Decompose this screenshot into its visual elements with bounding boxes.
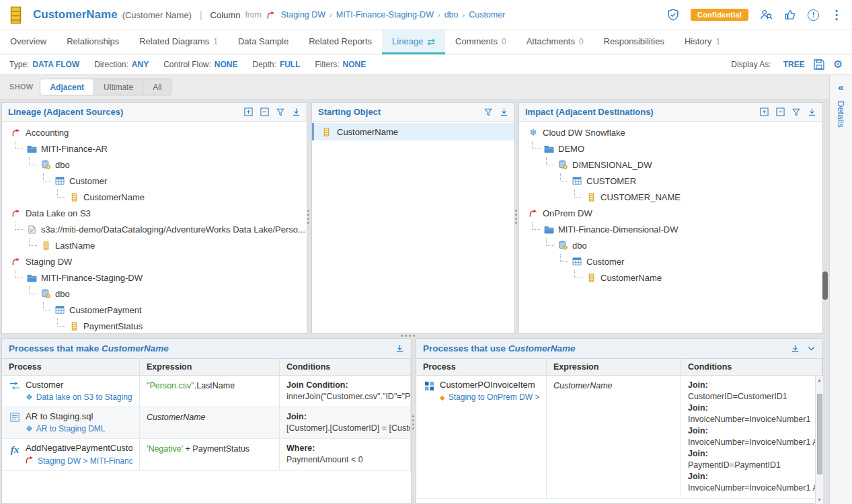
tree-item[interactable]: ❄Cloud DW Snowflake: [519, 124, 822, 140]
process-path-link[interactable]: Staging to OnPrem DW > S: [449, 392, 539, 402]
tree-item[interactable]: CUSTOMER_NAME: [519, 189, 822, 205]
tree-item[interactable]: CustomerName: [2, 189, 307, 205]
tree-item[interactable]: Customer: [519, 253, 822, 269]
tree-connector: [15, 222, 23, 230]
thumbs-up-icon[interactable]: [784, 9, 796, 21]
main-vertical-scrollbar-thumb[interactable]: [822, 271, 828, 300]
tree-item[interactable]: CUSTOMER: [519, 173, 822, 189]
export-icon[interactable]: [292, 108, 301, 116]
splitter-starting-impact[interactable]: [515, 210, 517, 224]
settings-gear-icon[interactable]: ⚙: [833, 59, 843, 70]
export-icon[interactable]: [395, 344, 404, 353]
process-row: CustomerPOInvoiceItem◆Staging to OnPrem …: [416, 376, 822, 499]
display-as-value[interactable]: TREE: [783, 60, 805, 69]
column-header-process[interactable]: Process: [416, 359, 547, 375]
tree-item[interactable]: CustomerPayment: [2, 302, 307, 318]
impact-panel: Impact (Adjacent Destinations) ❄Cloud DW…: [518, 102, 823, 334]
filter-icon[interactable]: [484, 108, 492, 116]
details-panel-label[interactable]: Details: [836, 101, 846, 128]
tree-item[interactable]: LastName: [2, 237, 307, 253]
tab-responsibilities[interactable]: Responsibilities: [594, 30, 674, 54]
use-table-scrollbar-thumb[interactable]: [817, 394, 822, 474]
condition-text: InvoiceNumber=InvoiceNumber1 A: [688, 482, 815, 494]
column-header-expression[interactable]: Expression: [140, 359, 280, 375]
export-icon[interactable]: [791, 344, 800, 353]
process-name[interactable]: AddNegativePaymentCusto: [26, 443, 132, 453]
condition-text: PaymentAmount < 0: [286, 454, 403, 466]
splitter-top-bottom[interactable]: [401, 335, 415, 337]
tree-item[interactable]: dbo: [2, 286, 307, 302]
splitter-sources-starting[interactable]: [307, 210, 309, 224]
tree-item[interactable]: Customer: [2, 173, 307, 189]
tab-history[interactable]: History1: [674, 30, 730, 54]
setting-control-flow-value[interactable]: NONE: [215, 60, 238, 69]
show-option-adjacent[interactable]: Adjacent: [40, 79, 94, 95]
tree-item[interactable]: DIMENSIONAL_DW: [519, 157, 822, 173]
tab-relationships[interactable]: Relationships: [56, 30, 129, 54]
collapse-all-icon[interactable]: [776, 108, 785, 116]
starting-object-row[interactable]: CustomerName: [312, 123, 514, 140]
tree-item[interactable]: Staging DW: [2, 253, 307, 269]
save-icon[interactable]: [814, 59, 824, 70]
breadcrumb-item[interactable]: MITI-Finance-Staging-DW: [336, 10, 434, 19]
tree-item[interactable]: PaymentStatus: [2, 318, 307, 333]
column-header-conditions[interactable]: Conditions: [681, 359, 822, 375]
kebab-menu-icon[interactable]: ⋮: [830, 9, 843, 21]
tree-item[interactable]: MITI-Finance-Dimensional-DW: [519, 221, 822, 237]
scroll-down-arrow[interactable]: ▼: [817, 496, 822, 504]
process-path-link[interactable]: AR to Staging DML: [36, 424, 106, 433]
alert-icon[interactable]: !: [808, 9, 819, 21]
tree-connector: [15, 270, 23, 278]
tree-item[interactable]: Data Lake on S3: [2, 205, 307, 221]
collapse-all-icon[interactable]: [260, 108, 269, 116]
setting-filters-value[interactable]: NONE: [343, 60, 366, 69]
tab-related-reports[interactable]: Related Reports: [299, 30, 382, 54]
setting-depth-value[interactable]: FULL: [280, 60, 301, 69]
shield-check-icon[interactable]: [667, 9, 679, 21]
scroll-up-arrow[interactable]: ▲: [817, 376, 822, 384]
process-path-link[interactable]: Staging DW > MITI-Finance: [38, 456, 132, 466]
breadcrumb-item[interactable]: dbo: [444, 10, 459, 19]
setting-type-value[interactable]: DATA FLOW: [32, 60, 79, 69]
tab-attachments[interactable]: Attachments0: [516, 30, 594, 54]
column-header-conditions[interactable]: Conditions: [280, 359, 411, 375]
process-path-link[interactable]: Data lake on S3 to Staging: [36, 392, 132, 402]
filter-icon[interactable]: [792, 108, 800, 116]
tab-lineage[interactable]: Lineage⇄: [382, 30, 445, 54]
tree-item[interactable]: Accounting: [2, 124, 307, 140]
expand-all-icon[interactable]: [244, 108, 253, 116]
show-option-all[interactable]: All: [143, 79, 171, 95]
tab-comments[interactable]: Comments0: [445, 30, 516, 54]
details-collapse-icon[interactable]: «: [838, 81, 843, 93]
breadcrumb-item[interactable]: Customer: [469, 10, 505, 19]
expert-search-icon[interactable]: [760, 9, 773, 21]
process-name[interactable]: AR to Staging.sql: [26, 411, 105, 421]
export-icon[interactable]: [500, 108, 508, 116]
filter-icon[interactable]: [276, 108, 284, 116]
conditions-cell: Where:PaymentAmount < 0: [280, 439, 411, 470]
tree-item[interactable]: CustomerName: [519, 269, 822, 286]
tree-item[interactable]: dbo: [519, 237, 822, 253]
chevron-down-icon[interactable]: [807, 344, 816, 353]
metadata-manager-window: CustomerName (Customer Name) | Column fr…: [0, 0, 852, 504]
setting-direction-value[interactable]: ANY: [132, 60, 149, 69]
tab-overview[interactable]: Overview: [0, 30, 56, 54]
column-header-process[interactable]: Process: [2, 359, 140, 375]
tree-item[interactable]: MITI-Finance-AR: [2, 140, 307, 157]
tree-item[interactable]: OnPrem DW: [519, 205, 822, 221]
column-header-expression[interactable]: Expression: [547, 359, 681, 375]
process-name[interactable]: CustomerPOInvoiceItem: [440, 380, 539, 390]
process-name[interactable]: Customer: [26, 380, 132, 390]
expand-all-icon[interactable]: [760, 108, 769, 116]
show-option-ultimate[interactable]: Ultimate: [94, 79, 143, 95]
tree-item[interactable]: DEMO: [519, 140, 822, 157]
tab-related-diagrams[interactable]: Related Diagrams1: [129, 30, 228, 54]
splitter-make-use[interactable]: [412, 415, 414, 429]
export-icon[interactable]: [808, 108, 816, 116]
tree-item[interactable]: s3a://miti-demo/DataCataloging/Adventure…: [2, 221, 307, 237]
tree-connector: [29, 238, 37, 246]
tree-item[interactable]: dbo: [2, 157, 307, 173]
breadcrumb-item[interactable]: Staging DW: [280, 10, 325, 19]
tab-data-sample[interactable]: Data Sample: [228, 30, 299, 54]
tree-item[interactable]: MITI-Finance-Staging-DW: [2, 269, 307, 286]
